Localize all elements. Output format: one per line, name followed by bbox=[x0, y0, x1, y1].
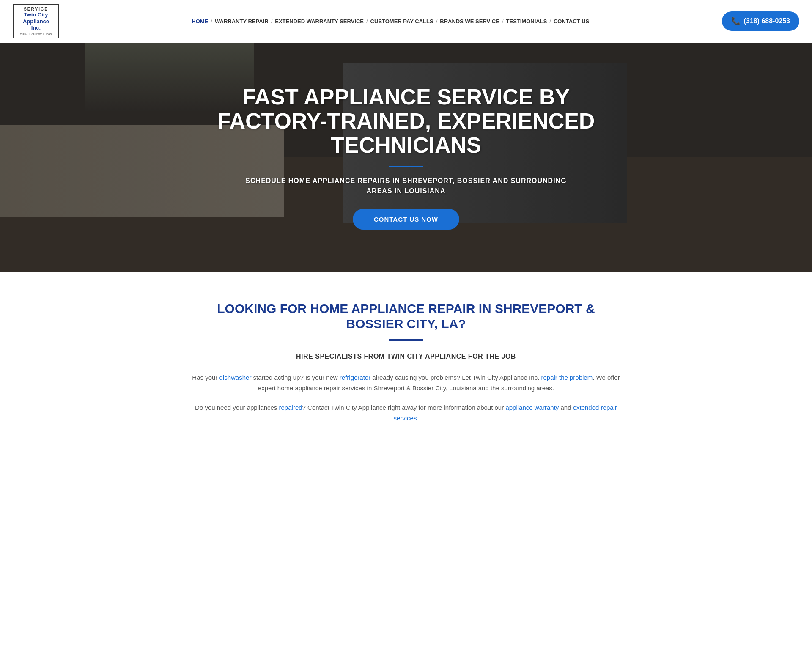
nav-home[interactable]: HOME bbox=[192, 18, 208, 25]
nav-sep-3: / bbox=[366, 18, 368, 25]
nav-sep-1: / bbox=[211, 18, 212, 25]
section-divider bbox=[389, 339, 423, 341]
logo[interactable]: SERVICE Twin City Appliance Inc. 5037 Fl… bbox=[13, 4, 59, 38]
section-title: LOOKING FOR HOME APPLIANCE REPAIR IN SHR… bbox=[190, 301, 622, 332]
link-appliance-warranty[interactable]: appliance warranty bbox=[505, 404, 559, 411]
link-repaired[interactable]: repaired bbox=[279, 404, 302, 411]
phone-number: (318) 688-0253 bbox=[744, 17, 790, 25]
nav-brands[interactable]: BRANDS WE SERVICE bbox=[440, 18, 499, 25]
site-header: SERVICE Twin City Appliance Inc. 5037 Fl… bbox=[0, 0, 812, 43]
nav-sep-4: / bbox=[436, 18, 438, 25]
hero-divider bbox=[389, 166, 423, 167]
section-subtitle: HIRE SPECIALISTS FROM TWIN CITY APPLIANC… bbox=[190, 353, 622, 360]
hero-section: FAST APPLIANCE SERVICE BY FACTORY-TRAINE… bbox=[0, 43, 812, 272]
nav-warranty-repair[interactable]: WARRANTY REPAIR bbox=[215, 18, 269, 25]
content-paragraph-1: Has your dishwasher started acting up? I… bbox=[190, 372, 622, 394]
nav-sep-5: / bbox=[502, 18, 504, 25]
nav-sep-6: / bbox=[549, 18, 551, 25]
nav-extended-warranty[interactable]: EXTENDED WARRANTY SERVICE bbox=[275, 18, 364, 25]
phone-icon: 📞 bbox=[731, 16, 741, 26]
logo-address: 5037 Flournoy Lucas bbox=[16, 32, 56, 36]
phone-button[interactable]: 📞 (318) 688-0253 bbox=[722, 11, 799, 31]
nav-contact[interactable]: CONTACT US bbox=[554, 18, 589, 25]
hero-title: FAST APPLIANCE SERVICE BY FACTORY-TRAINE… bbox=[216, 85, 596, 158]
link-refrigerator[interactable]: refrigerator bbox=[340, 374, 370, 381]
nav-testimonials[interactable]: TESTIMONIALS bbox=[506, 18, 547, 25]
main-nav: HOME / WARRANTY REPAIR / EXTENDED WARRAN… bbox=[59, 18, 722, 25]
nav-sep-2: / bbox=[271, 18, 273, 25]
nav-customer-pay-calls[interactable]: CUSTOMER PAY CALLS bbox=[370, 18, 433, 25]
content-paragraph-2: Do you need your appliances repaired? Co… bbox=[190, 402, 622, 424]
content-section: LOOKING FOR HOME APPLIANCE REPAIR IN SHR… bbox=[173, 272, 639, 453]
logo-company-name: Twin City Appliance Inc. bbox=[16, 11, 56, 31]
hero-cta-button[interactable]: CONTACT US NOW bbox=[353, 209, 459, 230]
logo-service-label: SERVICE bbox=[16, 7, 56, 11]
link-repair-problem[interactable]: repair the problem bbox=[541, 374, 593, 381]
link-dishwasher[interactable]: dishwasher bbox=[219, 374, 252, 381]
hero-content: FAST APPLIANCE SERVICE BY FACTORY-TRAINE… bbox=[0, 43, 812, 272]
hero-subtitle: SCHEDULE HOME APPLIANCE REPAIRS IN SHREV… bbox=[237, 176, 575, 196]
